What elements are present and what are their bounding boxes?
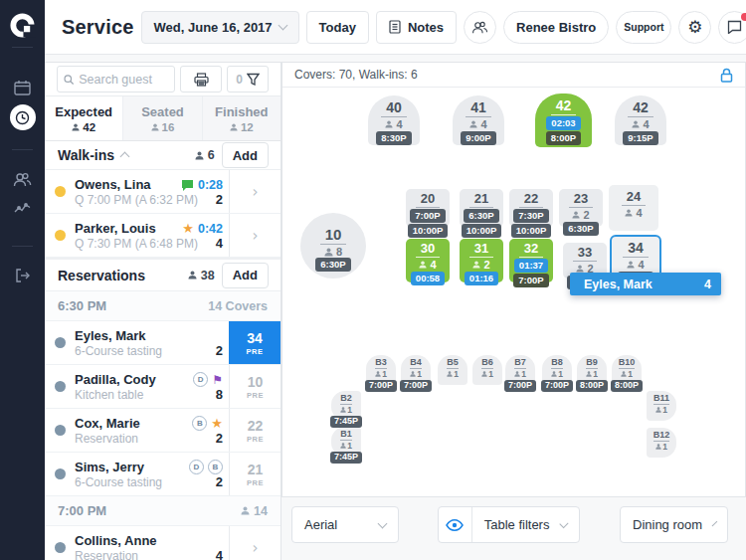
panel-toolbar: 0 bbox=[45, 63, 280, 96]
notes-doc-icon bbox=[389, 20, 401, 34]
pax-icon bbox=[410, 371, 416, 377]
barseat-b12[interactable]: B12 1 bbox=[647, 428, 676, 458]
barseat-b3[interactable]: B3 1 7:00P bbox=[366, 355, 396, 385]
account-button[interactable]: Renee Bistro bbox=[503, 11, 609, 44]
row-chevron[interactable]: › bbox=[229, 526, 280, 560]
pax-icon bbox=[375, 371, 381, 377]
table-42b[interactable]: 42 4 9:15P bbox=[615, 95, 666, 145]
settings-button[interactable]: ⚙ bbox=[678, 11, 711, 44]
notes-button[interactable]: Notes bbox=[376, 11, 457, 44]
people-icon bbox=[471, 21, 488, 34]
table-31[interactable]: 31 2 01:16 bbox=[460, 239, 503, 282]
barseat-b2[interactable]: B2 1 7:45P bbox=[331, 391, 361, 421]
feedback-button[interactable] bbox=[718, 11, 746, 44]
pax-icon bbox=[419, 261, 427, 269]
table-20[interactable]: 20 7:00P 10:00P bbox=[406, 189, 450, 227]
service-clock-icon[interactable] bbox=[0, 104, 45, 130]
support-button[interactable]: Support bbox=[616, 11, 671, 44]
notification-dot bbox=[741, 13, 746, 21]
pax-icon bbox=[195, 151, 204, 160]
logout-icon[interactable] bbox=[0, 269, 45, 282]
barseat-b8[interactable]: B8 1 7:00P bbox=[542, 355, 572, 385]
tag-b-badge: B bbox=[208, 460, 223, 474]
tag-b-badge: B bbox=[192, 416, 207, 431]
row-chevron[interactable]: › bbox=[229, 170, 280, 213]
add-reservation-button[interactable]: Add bbox=[222, 263, 269, 288]
table-24[interactable]: 24 4 bbox=[609, 185, 658, 231]
table-22[interactable]: 22 7:30P 10:00P bbox=[509, 189, 553, 227]
reservation-row[interactable]: Cox, Marie B ★ Reservation 2 22 PRE bbox=[45, 409, 280, 453]
reservations-count: 38 bbox=[188, 269, 215, 282]
walkin-row[interactable]: Parker, Louis ★ 0:42 Q 7:30 PM (A 6:48 P… bbox=[45, 214, 280, 258]
walkin-row[interactable]: Owens, Lina 0:28 Q 7:00 PM (A 6:32 PM) 2… bbox=[45, 170, 280, 214]
add-walkin-button[interactable]: Add bbox=[222, 142, 269, 168]
table-40[interactable]: 40 4 8:30P bbox=[368, 95, 420, 145]
tab-seated[interactable]: Seated 16 bbox=[123, 96, 202, 140]
pax-icon bbox=[72, 123, 80, 131]
pax-icon bbox=[241, 506, 250, 515]
pax-icon bbox=[324, 248, 333, 257]
filter-count: 0 bbox=[236, 73, 243, 87]
status-dot bbox=[55, 186, 66, 197]
pax-icon bbox=[385, 120, 393, 128]
lock-icon[interactable] bbox=[720, 68, 733, 83]
table-21[interactable]: 21 6:30P 10:00P bbox=[460, 189, 503, 227]
tag-d-badge: D bbox=[189, 460, 204, 474]
table-assignment[interactable]: 21 PRE bbox=[229, 453, 280, 495]
table-23[interactable]: 23 2 6:30P bbox=[559, 189, 603, 227]
barseat-b11[interactable]: B11 1 bbox=[647, 391, 676, 421]
room-select[interactable]: Dining room bbox=[620, 506, 728, 543]
reservation-row[interactable]: Padilla, Cody D ⚑ Kitchen table 8 10 PRE bbox=[45, 365, 280, 409]
today-button[interactable]: Today bbox=[306, 11, 369, 44]
table-filters-select[interactable]: Table filters bbox=[472, 517, 562, 532]
visibility-toggle[interactable] bbox=[439, 507, 472, 542]
guests-icon[interactable] bbox=[0, 172, 45, 187]
analytics-icon[interactable] bbox=[0, 202, 45, 215]
barseat-b7[interactable]: B7 1 7:00P bbox=[505, 355, 535, 385]
table-assignment[interactable]: 10 PRE bbox=[229, 365, 280, 408]
divider bbox=[12, 246, 33, 247]
calendar-icon[interactable] bbox=[0, 80, 45, 95]
search-icon bbox=[64, 74, 74, 86]
barseat-b10[interactable]: B10 1 8:00P bbox=[612, 355, 642, 385]
table-assignment-selected[interactable]: 34 PRE bbox=[229, 321, 280, 364]
dining-room-plan: 40 4 8:30P 41 4 9:00P 42 02:03 8:00P 42 … bbox=[282, 88, 745, 495]
pax-icon bbox=[625, 209, 633, 217]
tock-logo-icon[interactable] bbox=[9, 12, 36, 39]
table-32[interactable]: 32 01:37 7:00P bbox=[509, 239, 553, 282]
floor-status-bar: Covers: 70, Walk-ins: 6 bbox=[282, 63, 745, 88]
pax-icon bbox=[551, 371, 557, 377]
reservation-row[interactable]: Eyles, Mark 6-Course tasting 2 34 PRE bbox=[45, 321, 280, 365]
tab-finished[interactable]: Finished 12 bbox=[203, 96, 280, 140]
tab-expected[interactable]: Expected 42 bbox=[45, 96, 123, 140]
table-30[interactable]: 30 4 00:58 bbox=[406, 239, 450, 282]
barseat-b4[interactable]: B4 1 7:00P bbox=[401, 355, 431, 385]
search-input[interactable] bbox=[79, 73, 168, 87]
time-group-700: 7:00 PM 14 bbox=[45, 496, 280, 526]
table-41[interactable]: 41 4 9:00P bbox=[453, 95, 504, 145]
view-mode-select[interactable]: Aerial bbox=[291, 506, 399, 543]
date-picker-button[interactable]: Wed, June 16, 2017 bbox=[141, 11, 299, 44]
barseat-b5[interactable]: B5 1 bbox=[438, 355, 467, 385]
row-chevron[interactable]: › bbox=[229, 214, 280, 257]
reservations-header: Reservations 38 Add bbox=[45, 258, 280, 291]
search-guest-box[interactable] bbox=[57, 66, 175, 93]
table-10[interactable]: 10 8 6:30P bbox=[300, 213, 366, 279]
table-filters-group: Table filters bbox=[438, 506, 580, 543]
reservation-row[interactable]: Sims, Jerry D B 6-Course tasting 2 21 PR… bbox=[45, 453, 280, 496]
table-assignment[interactable]: 22 PRE bbox=[229, 409, 280, 452]
status-dot bbox=[55, 337, 66, 348]
filter-button[interactable]: 0 bbox=[227, 66, 269, 93]
barseat-b6[interactable]: B6 1 bbox=[472, 355, 502, 385]
pax-icon bbox=[151, 123, 159, 131]
guestbook-button[interactable] bbox=[464, 11, 496, 44]
pax-icon bbox=[586, 371, 592, 377]
barseat-b1[interactable]: B1 1 7:45P bbox=[331, 427, 361, 457]
status-tabs: Expected 42 Seated 16 Finished 12 bbox=[45, 96, 280, 141]
status-dot bbox=[55, 468, 66, 479]
collapse-icon[interactable] bbox=[120, 152, 130, 162]
barseat-b9[interactable]: B9 1 8:00P bbox=[577, 355, 607, 385]
table-42-seated[interactable]: 42 02:03 8:00P bbox=[535, 93, 592, 147]
reservation-row[interactable]: Collins, Anne Reservation 4 › bbox=[45, 526, 280, 560]
print-button[interactable] bbox=[180, 66, 222, 93]
